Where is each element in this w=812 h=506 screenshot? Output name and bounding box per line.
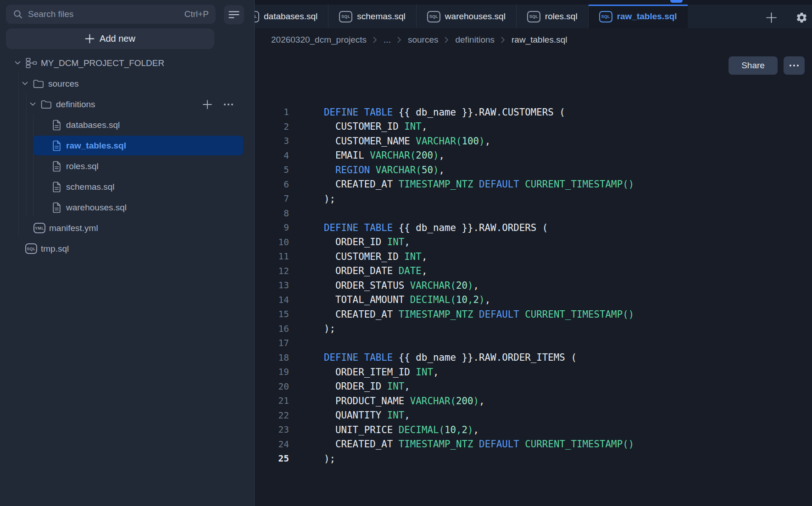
tab-databases-sql[interactable]: SQL databases.sql [255,5,328,28]
settings-button[interactable] [795,11,808,24]
breadcrumb-item[interactable]: ... [384,35,391,45]
tree-item-label: tmp.sql [41,244,69,254]
code-line[interactable]: 19 ORDER_ITEM_ID INT, [255,365,812,380]
line-number: 16 [255,324,289,334]
code-line[interactable]: 3 CUSTOMER_NAME VARCHAR(100), [255,134,812,148]
code-line[interactable]: 25); [255,451,812,466]
tab-raw-tables-sql[interactable]: SQL raw_tables.sql [589,5,688,28]
line-number: 3 [255,136,289,146]
new-tab-button[interactable] [765,11,778,24]
line-number: 2 [255,121,289,132]
line-number: 8 [255,208,289,219]
code-line[interactable]: 21 PRODUCT_NAME VARCHAR(200), [255,394,812,408]
code-line[interactable]: 17 [255,336,812,351]
tree-item-sources[interactable]: sources [0,73,254,94]
share-button[interactable]: Share [729,56,778,75]
breadcrumb-item[interactable]: definitions [455,35,495,45]
search-icon [13,9,23,19]
chevron-right-icon [397,37,401,43]
tree-item-raw-tables-sql[interactable]: raw_tables.sql [0,135,254,156]
sql-file-icon: SQL [25,243,37,254]
code-content: ORDER_ID INT, [289,236,410,248]
code-content: ORDER_DATE DATE, [289,265,427,276]
share-label: Share [741,60,765,71]
plus-icon [202,99,212,110]
code-line[interactable]: 11 CUSTOMER_ID INT, [255,249,812,264]
tree-item-label: warehouses.sql [66,203,127,213]
code-line[interactable]: 22 QUANTITY INT, [255,408,812,423]
tree-item-manifest-yml[interactable]: YMLmanifest.yml [0,218,254,238]
tab-warehouses-sql[interactable]: SQL warehouses.sql [417,5,517,28]
file-icon [50,140,62,151]
code-line[interactable]: 9DEFINE TABLE {{ db_name }}.RAW.ORDERS ( [255,220,812,235]
code-line[interactable]: 12 ORDER_DATE DATE, [255,264,812,279]
code-content: QUANTITY INT, [289,410,410,421]
chevron-down-icon[interactable] [15,61,25,65]
code-line[interactable]: 23 UNIT_PRICE DECIMAL(10,2), [255,423,812,437]
ellipsis-icon [790,65,799,66]
sort-filter-button[interactable] [224,5,244,24]
chevron-right-icon [445,37,449,43]
code-line[interactable]: 16); [255,322,812,336]
plus-icon [85,34,95,44]
code-content: DEFINE TABLE {{ db_name }}.RAW.ORDER_ITE… [289,352,577,363]
tree-item-databases-sql[interactable]: databases.sql [0,115,254,135]
code-content: CREATED_AT TIMESTAMP_NTZ DEFAULT CURRENT… [289,439,634,450]
tree-item-schemas-sql[interactable]: schemas.sql [0,176,254,197]
tab-schemas-sql[interactable]: SQL schemas.sql [328,5,417,28]
line-number: 25 [255,453,289,464]
add-new-button[interactable]: Add new [6,28,214,49]
tab-roles-sql[interactable]: SQL roles.sql [517,5,589,28]
more-actions-button[interactable] [222,98,235,111]
code-line[interactable]: 10 ORDER_ID INT, [255,235,812,250]
breadcrumb-item[interactable]: raw_tables.sql [512,35,567,45]
file-icon [50,120,62,131]
tree-item-warehouses-sql[interactable]: warehouses.sql [0,197,254,218]
tree-item-definitions[interactable]: definitions [0,94,254,115]
code-line[interactable]: 4 EMAIL VARCHAR(200), [255,148,812,163]
code-line[interactable]: 24 CREATED_AT TIMESTAMP_NTZ DEFAULT CURR… [255,437,812,452]
search-placeholder: Search files [28,9,179,19]
breadcrumb-item[interactable]: 20260320_dcm_projects [271,35,367,45]
code-line[interactable]: 13 ORDER_STATUS VARCHAR(20), [255,278,812,293]
tab-label: schemas.sql [357,11,406,22]
selection-highlight [33,136,243,155]
code-line[interactable]: 2 CUSTOMER_ID INT, [255,120,812,134]
tree-item-my-dcm-project-folder[interactable]: MY_DCM_PROJECT_FOLDER [0,53,254,73]
search-input[interactable]: Search files Ctrl+P [6,5,216,24]
tree-item-label: definitions [56,99,95,110]
tab-label: warehouses.sql [445,11,506,22]
tab-label: databases.sql [264,11,317,22]
code-line[interactable]: 18DEFINE TABLE {{ db_name }}.RAW.ORDER_I… [255,351,812,365]
line-number: 15 [255,309,289,319]
row-actions [201,98,254,111]
accent-fragment [670,0,683,3]
code-line[interactable]: 6 CREATED_AT TIMESTAMP_NTZ DEFAULT CURRE… [255,177,812,192]
chevron-down-icon[interactable] [22,82,33,86]
file-icon [50,202,62,213]
line-number: 9 [255,222,289,233]
code-line[interactable]: 14 TOTAL_AMOUNT DECIMAL(10,2), [255,293,812,308]
file-icon [50,161,62,172]
code-editor[interactable]: 1DEFINE TABLE {{ db_name }}.RAW.CUSTOMER… [255,105,812,466]
more-options-button[interactable] [784,56,805,75]
code-content: CREATED_AT TIMESTAMP_NTZ DEFAULT CURRENT… [289,179,634,190]
code-content: ); [289,193,335,204]
tree-item-tmp-sql[interactable]: SQLtmp.sql [0,238,254,259]
add-file-button[interactable] [201,98,214,111]
chevron-right-icon [501,37,505,43]
code-line[interactable]: 20 ORDER_ID INT, [255,380,812,394]
line-number: 7 [255,193,289,204]
code-line[interactable]: 5 REGION VARCHAR(50), [255,163,812,177]
breadcrumb: 20260320_dcm_projects...sourcesdefinitio… [255,28,812,51]
line-number: 23 [255,424,289,435]
plus-icon [766,12,777,23]
chevron-down-icon[interactable] [30,102,40,106]
breadcrumb-item[interactable]: sources [408,35,439,45]
code-line[interactable]: 8 [255,206,812,221]
code-line[interactable]: 7); [255,192,812,206]
file-tree: MY_DCM_PROJECT_FOLDERsourcesdefinitions … [0,53,254,259]
code-line[interactable]: 1DEFINE TABLE {{ db_name }}.RAW.CUSTOMER… [255,105,812,120]
tree-item-roles-sql[interactable]: roles.sql [0,156,254,176]
code-line[interactable]: 15 CREATED_AT TIMESTAMP_NTZ DEFAULT CURR… [255,307,812,322]
